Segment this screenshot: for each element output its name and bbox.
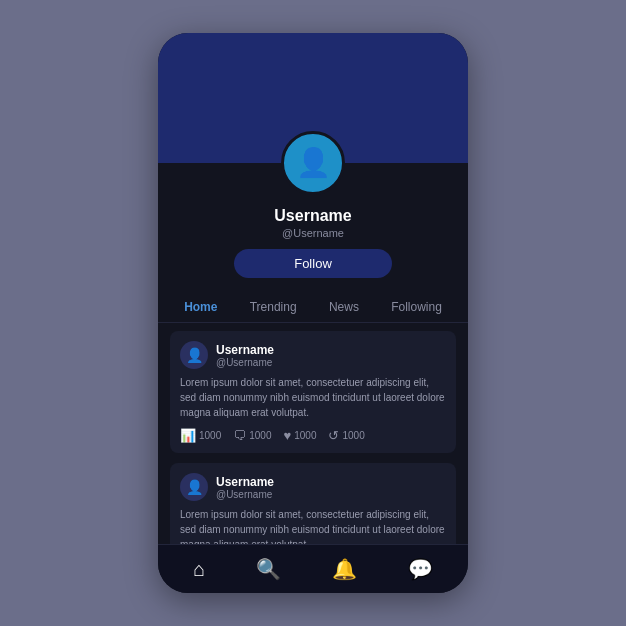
tab-home[interactable]: Home <box>180 298 221 316</box>
post-avatar-2: 👤 <box>180 473 208 501</box>
follow-button[interactable]: Follow <box>234 249 392 278</box>
phone-frame: 👤 Username @Username Follow Home Trendin… <box>158 33 468 593</box>
likes-count: 1000 <box>294 430 316 441</box>
views-icon: 📊 <box>180 428 196 443</box>
post-header-2: 👤 Username @Username <box>180 473 446 501</box>
tab-bar: Home Trending News Following <box>158 288 468 323</box>
post-text: Lorem ipsum dolor sit amet, consectetuer… <box>180 375 446 420</box>
nav-search-icon[interactable]: 🔍 <box>256 557 281 581</box>
nav-bell-icon[interactable]: 🔔 <box>332 557 357 581</box>
avatar-icon: 👤 <box>296 149 331 177</box>
action-shares[interactable]: ↺ 1000 <box>328 428 364 443</box>
post-avatar: 👤 <box>180 341 208 369</box>
post-username: Username <box>216 343 274 357</box>
profile-handle: @Username <box>282 227 344 239</box>
comments-count: 1000 <box>249 430 271 441</box>
post-user-info-2: Username @Username <box>216 475 274 500</box>
tab-trending[interactable]: Trending <box>246 298 301 316</box>
post-avatar-icon: 👤 <box>186 347 203 363</box>
profile-username: Username <box>274 207 351 225</box>
nav-home-icon[interactable]: ⌂ <box>193 558 205 581</box>
post-card-2: 👤 Username @Username Lorem ipsum dolor s… <box>170 463 456 544</box>
comments-icon: 🗨 <box>233 428 246 443</box>
header-background: 👤 <box>158 33 468 163</box>
post-avatar-icon-2: 👤 <box>186 479 203 495</box>
tab-following[interactable]: Following <box>387 298 446 316</box>
avatar: 👤 <box>281 131 345 195</box>
post-user-info: Username @Username <box>216 343 274 368</box>
action-comments[interactable]: 🗨 1000 <box>233 428 271 443</box>
bottom-nav: ⌂ 🔍 🔔 💬 <box>158 544 468 593</box>
post-handle-2: @Username <box>216 489 274 500</box>
views-count: 1000 <box>199 430 221 441</box>
post-actions: 📊 1000 🗨 1000 ♥ 1000 ↺ 1000 <box>180 428 446 443</box>
tab-news[interactable]: News <box>325 298 363 316</box>
post-header: 👤 Username @Username <box>180 341 446 369</box>
shares-icon: ↺ <box>328 428 339 443</box>
action-views[interactable]: 📊 1000 <box>180 428 221 443</box>
action-likes[interactable]: ♥ 1000 <box>284 428 317 443</box>
post-text-2: Lorem ipsum dolor sit amet, consectetuer… <box>180 507 446 544</box>
nav-chat-icon[interactable]: 💬 <box>408 557 433 581</box>
post-handle: @Username <box>216 357 274 368</box>
feed-content: 👤 Username @Username Lorem ipsum dolor s… <box>158 323 468 544</box>
post-username-2: Username <box>216 475 274 489</box>
post-card: 👤 Username @Username Lorem ipsum dolor s… <box>170 331 456 453</box>
likes-icon: ♥ <box>284 428 292 443</box>
shares-count: 1000 <box>342 430 364 441</box>
